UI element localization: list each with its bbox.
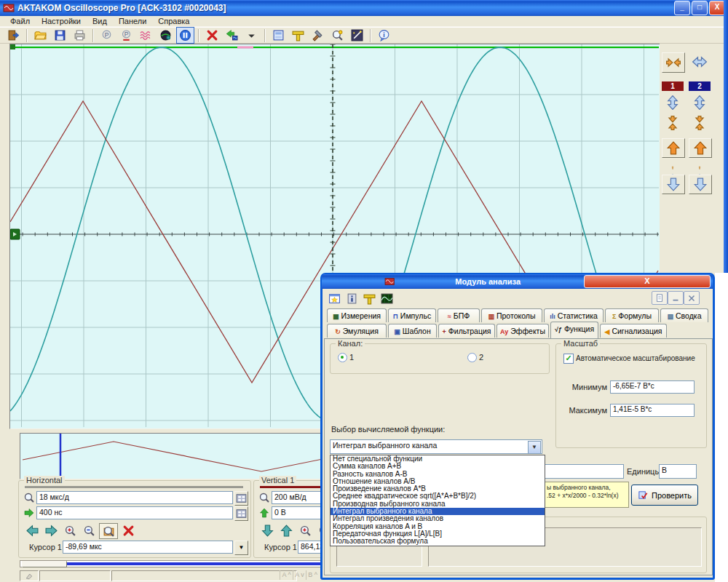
open-file-button[interactable] [31, 27, 50, 44]
tab-сводка[interactable]: ▤Сводка [660, 308, 708, 322]
trigger-marker[interactable] [10, 229, 20, 239]
pan-left-button[interactable] [23, 523, 41, 538]
function-option-1[interactable]: Нет специальной функции [331, 455, 545, 463]
channel-1-header[interactable]: 1 [662, 81, 684, 91]
tab-импульс[interactable]: ⊓Импульс [388, 308, 436, 322]
reset-zoom-button[interactable] [119, 523, 137, 538]
tab-протоколы[interactable]: ▥Протоколы [481, 308, 542, 322]
ch1-expand-vertical-button[interactable] [662, 93, 684, 112]
function-option-3[interactable]: Разность каналов A-B [331, 471, 545, 478]
minimize-button[interactable]: _ [674, 1, 690, 15]
tab-измерения[interactable]: ▦Измерения [327, 308, 387, 322]
status-channel-button-2[interactable]: A v [293, 570, 306, 580]
tab-эмуляция[interactable]: ↻Эмуляция [327, 324, 387, 338]
ch2-expand-vertical-button[interactable] [689, 93, 711, 112]
function-option-11[interactable]: Передаточная функция L[A]/L[B] [331, 530, 545, 538]
status-channel-button-3[interactable]: B ^ [306, 570, 319, 580]
waveform-source-button[interactable] [137, 27, 155, 44]
cursor1-time-field[interactable]: -89,69 мкс [63, 541, 233, 554]
function-option-8[interactable]: Интеграл выбранного канала [331, 508, 545, 515]
tab-фильтрация[interactable]: +Фильтрация [438, 324, 495, 338]
autoscale-checkbox[interactable]: ✓ [563, 354, 574, 364]
dialog-close-button[interactable]: X [584, 275, 711, 288]
function-option-10[interactable]: Корреляция каналов A и B [331, 523, 545, 530]
wizard-button[interactable] [348, 27, 366, 44]
expand-horizontal-button[interactable] [689, 52, 711, 71]
function-option-5[interactable]: Произведение каналов A*B [331, 485, 545, 493]
timebase-field[interactable]: 18 мкс/д [36, 491, 233, 504]
ch2-shift-down-fine-button[interactable] [689, 165, 711, 173]
close-button[interactable]: X [709, 1, 725, 15]
timebase-auto-button[interactable] [234, 491, 248, 506]
function-option-2[interactable]: Сумма каналов A+B [331, 463, 545, 470]
pause-button[interactable] [176, 27, 194, 44]
ch2-compress-vertical-button[interactable] [689, 113, 711, 132]
pan-down-button[interactable] [258, 523, 276, 538]
function-combobox[interactable]: Интеграл выбранного канала ▼ [330, 439, 542, 454]
channel-1-radio[interactable] [338, 353, 347, 362]
minimum-field[interactable]: -6,65E-7 В*с [610, 380, 695, 394]
function-option-12[interactable]: Пользовательская формула [331, 538, 545, 545]
menu-3[interactable]: Вид [87, 17, 113, 25]
ch1-shift-down-button[interactable] [662, 175, 685, 194]
zoom-window-button[interactable] [99, 523, 118, 539]
favorites-button[interactable] [327, 291, 342, 306]
menu-5[interactable]: Справка [152, 17, 195, 25]
tab-статистика[interactable]: ılıСтатистика [544, 308, 604, 322]
formula-field[interactable] [544, 464, 624, 479]
ch2-shift-down-button[interactable] [689, 175, 712, 194]
pan-up-button[interactable] [277, 523, 295, 538]
menu-1[interactable]: Файл [4, 17, 36, 25]
tab-шаблон[interactable]: ▣Шаблон [388, 324, 437, 338]
delay-field[interactable]: 400 нс [36, 506, 233, 519]
close-panel-button[interactable] [684, 291, 700, 305]
ch1-shift-up-fine-button[interactable] [662, 157, 684, 165]
check-formula-button[interactable]: Проверить [631, 485, 698, 506]
function-option-6[interactable]: Среднее квадратическое sqrt([A*A+B*B]/2) [331, 493, 545, 500]
function-option-4[interactable]: Отношение каналов A/B [331, 478, 545, 485]
menu-4[interactable]: Панели [113, 17, 152, 25]
setup-tool-button[interactable] [309, 27, 327, 44]
tab-сигнализация[interactable]: ◀Сигнализация [600, 324, 667, 338]
search-device-button[interactable] [328, 27, 347, 44]
copy-profile-a-button[interactable]: P [98, 27, 116, 44]
ch2-shift-up-fine-button[interactable] [689, 157, 711, 165]
info-button[interactable] [344, 291, 360, 306]
scrollbar-thumb[interactable] [22, 561, 67, 567]
cursor1-dropdown-button[interactable]: ▼ [234, 541, 248, 555]
tab-формулы[interactable]: ΣФормулы [605, 308, 659, 322]
ch1-shift-up-button[interactable] [662, 138, 685, 158]
pan-right-button[interactable] [42, 523, 60, 538]
save-file-button[interactable] [51, 27, 69, 44]
tab-бпф[interactable]: ≈БПФ [438, 308, 480, 322]
maximum-field[interactable]: 1,41E-5 В*с [610, 404, 695, 417]
exit-button[interactable] [4, 27, 23, 44]
ch2-shift-up-button[interactable] [689, 138, 712, 158]
ch1-shift-down-fine-button[interactable] [662, 165, 684, 173]
minimize-button[interactable] [668, 291, 684, 305]
menu-2[interactable]: Настройки [36, 17, 87, 25]
tab-функция[interactable]: √ƒФункция [550, 322, 598, 338]
combobox-dropdown-button[interactable]: ▼ [528, 441, 541, 454]
tab-эффекты[interactable]: AyЭффекты [496, 324, 549, 338]
device-panel-button[interactable] [269, 27, 288, 44]
export-menu-caret[interactable] [242, 27, 261, 44]
report-button[interactable] [652, 291, 668, 305]
measure-button[interactable] [362, 291, 377, 306]
scope-view-button[interactable] [379, 291, 395, 306]
units-field[interactable]: В [659, 464, 697, 479]
function-option-7[interactable]: Производная выбранного канала [331, 501, 545, 508]
status-channel-button-1[interactable]: A ^ [280, 570, 293, 580]
about-button[interactable]: i [375, 27, 393, 44]
acquisition-mode-button[interactable] [157, 27, 175, 44]
maximize-button[interactable]: □ [692, 1, 708, 15]
compress-horizontal-button[interactable] [662, 52, 685, 73]
zoom-in-vertical-button[interactable] [296, 523, 314, 538]
channel-2-header[interactable]: 2 [689, 81, 711, 91]
ch1-compress-vertical-button[interactable] [662, 113, 684, 132]
clear-data-button[interactable] [203, 27, 221, 44]
zoom-in-button[interactable] [61, 523, 79, 538]
copy-profile-b-button[interactable]: P [117, 27, 135, 44]
delay-auto-button[interactable] [234, 506, 248, 521]
print-button[interactable] [71, 27, 89, 44]
